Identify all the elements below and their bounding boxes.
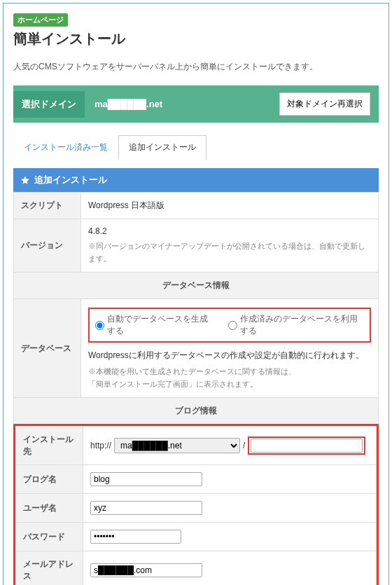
script-label: スクリプト [14,193,81,219]
db-desc: Wordpressに利用するデータベースの作成や設定が自動的に行われます。 [88,350,371,362]
database-cell: 自動でデータベースを生成する 作成済みのデータベースを利用する Wordpres… [81,299,379,398]
star-icon [20,175,30,185]
version-label: バージョン [14,219,81,273]
section-header: 追加インストール [13,168,379,192]
db-radio-existing-input[interactable] [228,321,237,330]
db-radio-existing[interactable]: 作成済みのデータベースを利用する [228,313,364,337]
username-input[interactable] [90,501,202,515]
version-value: 4.8.2 [88,226,107,236]
version-note: ※同バージョンのマイナーアップデートが公開されている場合は、自動で更新します。 [88,240,371,265]
install-path-input[interactable] [251,439,363,453]
install-dest-label: インストール先 [16,427,83,465]
blog-subheader: ブログ情報 [14,398,379,425]
section-title: 追加インストール [34,174,107,186]
tab-installed[interactable]: インストール済み一覧 [13,135,118,160]
db-radio-auto-input[interactable] [95,321,104,330]
category-badge: ホームページ [13,13,68,27]
reselect-domain-button[interactable]: 対象ドメイン再選択 [279,92,370,116]
panel: ホームページ 簡単インストール 人気のCMSソフトウェアをサーバーパネル上から簡… [3,3,389,585]
database-label: データベース [14,299,81,398]
page-title: 簡単インストール [13,29,379,48]
blog-form-highlight: インストール先 http:// ma██████.net / ブロ [13,424,379,585]
blogname-input[interactable] [90,472,202,486]
password-input[interactable] [90,530,181,544]
intro-text: 人気のCMSソフトウェアをサーバーパネル上から簡単にインストールできます。 [13,61,379,73]
db-note: ※本機能を用いて生成されたデータベースに関する情報は、 「簡単インストール完了画… [88,366,371,390]
install-form-table: スクリプト Wordpress 日本語版 バージョン 4.8.2 ※同バージョン… [13,192,379,425]
tab-add-install[interactable]: 追加インストール [118,135,206,160]
domain-bar: 選択ドメイン ma██████.net 対象ドメイン再選択 [13,85,379,123]
install-proto: http:// [90,441,111,450]
install-slash: / [243,441,245,450]
domain-label: 選択ドメイン [13,91,85,118]
tabs: インストール済み一覧 追加インストール [13,135,379,160]
install-path-highlight [248,436,365,455]
db-radio-auto[interactable]: 自動でデータベースを生成する [95,313,216,337]
blogname-label: ブログ名 [16,465,83,494]
db-subheader: データベース情報 [14,273,379,299]
install-dest-cell: http:// ma██████.net / [83,427,377,465]
install-domain-select[interactable]: ma██████.net [114,438,240,453]
email-label: メールアドレス [16,551,83,585]
password-label: パスワード [16,523,83,551]
script-value: Wordpress 日本語版 [81,193,379,219]
domain-name: ma██████.net [94,99,279,109]
db-option-highlight: 自動でデータベースを生成する 作成済みのデータベースを利用する [88,308,371,343]
username-label: ユーザ名 [16,494,83,523]
email-input[interactable] [90,563,202,577]
version-cell: 4.8.2 ※同バージョンのマイナーアップデートが公開されている場合は、自動で更… [81,219,379,273]
